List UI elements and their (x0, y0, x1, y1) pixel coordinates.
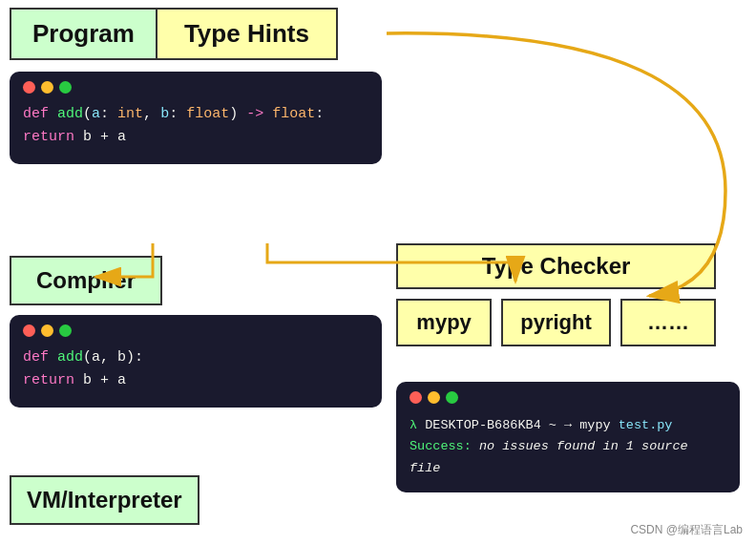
top-row: Program Type Hints (10, 8, 338, 60)
type-checker-label: Type Checker (482, 253, 631, 279)
compiler-area: Compiler (10, 256, 162, 305)
pyright-label: pyright (520, 310, 592, 334)
terminal-line-2: Success: no issues found in 1 source fil… (410, 436, 726, 479)
dot-yellow-b (41, 324, 53, 337)
code-content-bottom: def add(a, b): return b + a (10, 343, 382, 408)
dot-green-b (59, 324, 72, 337)
mypy-label: mypy (416, 310, 471, 334)
type-checker-box: Type Checker (396, 243, 716, 289)
type-checker-area: Type Checker mypy pyright …… (396, 243, 716, 346)
vm-label: VM/Interpreter (27, 487, 182, 513)
term-dot-red (410, 391, 422, 404)
code-block-bottom: def add(a, b): return b + a (10, 315, 382, 408)
code-content-top: def add(a: int, b: float) -> float: retu… (10, 99, 382, 164)
code-bottom-line-2: return b + a (23, 369, 368, 392)
dot-green (59, 81, 72, 94)
type-hints-label: Type Hints (184, 19, 309, 49)
dot-red (23, 81, 35, 94)
main-container: Program Type Hints def add(a: int, b: fl… (0, 0, 756, 544)
code-line-2: return b + a (23, 126, 368, 149)
keyword-def: def (23, 106, 49, 122)
terminal-line-1: λ DESKTOP-B686KB4 ~ → mypy test.py (410, 415, 726, 436)
terminal-block: λ DESKTOP-B686KB4 ~ → mypy test.py Succe… (396, 382, 740, 492)
terminal-dots (396, 382, 740, 409)
term-dot-green (446, 391, 458, 404)
code-line-1: def add(a: int, b: float) -> float: (23, 103, 368, 126)
code-bottom-line-1: def add(a, b): (23, 346, 368, 369)
code-block-top: def add(a: int, b: float) -> float: retu… (10, 72, 382, 164)
dot-yellow (41, 81, 53, 94)
window-dots-bottom (10, 315, 382, 343)
dot-red-b (23, 324, 35, 337)
fn-add: add (57, 106, 83, 122)
watermark-text: CSDN @编程语言Lab (630, 523, 743, 536)
compiler-box: Compiler (10, 256, 162, 305)
mypy-box: mypy (396, 299, 492, 346)
compiler-label: Compiler (36, 267, 136, 293)
pyright-box: pyright (501, 299, 611, 346)
program-box: Program (10, 8, 158, 60)
term-dot-yellow (428, 391, 440, 404)
vm-box: VM/Interpreter (10, 475, 200, 525)
checker-tools: mypy pyright …… (396, 299, 716, 346)
program-label: Program (32, 19, 135, 49)
more-tools-box: …… (620, 299, 716, 346)
watermark: CSDN @编程语言Lab (630, 522, 743, 538)
more-tools-label: …… (647, 310, 689, 334)
window-dots (10, 72, 382, 99)
terminal-content: λ DESKTOP-B686KB4 ~ → mypy test.py Succe… (396, 409, 740, 492)
type-hints-box: Type Hints (156, 8, 338, 60)
